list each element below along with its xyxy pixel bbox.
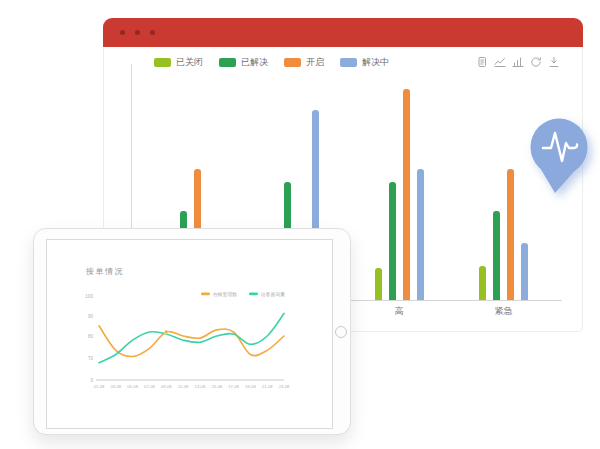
- window-titlebar[interactable]: [103, 18, 583, 47]
- location-pin[interactable]: [525, 114, 597, 200]
- bar-已解决-紧急[interactable]: [493, 211, 500, 300]
- bar-开启-紧急[interactable]: [507, 169, 514, 300]
- bar-解决中-高[interactable]: [417, 169, 424, 300]
- bar-开启-高[interactable]: [403, 89, 410, 300]
- tablet-x-tick-label: 03-08: [110, 384, 121, 389]
- tablet-legend-label[interactable]: 访客咨询量: [260, 291, 285, 298]
- tablet-x-tick-label: 01-08: [94, 384, 105, 389]
- bar-已关闭-紧急[interactable]: [479, 266, 486, 300]
- tablet-y-tick-label: 100: [85, 294, 93, 299]
- tablet-x-tick-label: 21-08: [262, 384, 273, 389]
- tablet-y-tick-label: 90: [88, 314, 94, 319]
- tablet-y-tick-label: 0: [90, 378, 93, 383]
- bar-已关闭-高[interactable]: [375, 268, 382, 300]
- bar-解决中-紧急[interactable]: [521, 243, 528, 300]
- x-axis-category-label: 紧急: [484, 305, 524, 318]
- tablet-chart-title: 接单情况: [86, 267, 124, 276]
- tablet-x-tick-label: 07-08: [144, 384, 155, 389]
- tablet-legend-swatch[interactable]: [249, 293, 258, 296]
- tablet-y-tick-label: 80: [88, 334, 94, 339]
- line-marker-dot[interactable]: [164, 330, 168, 334]
- tablet-x-tick-label: 23-08: [279, 384, 290, 389]
- tablet-x-tick-label: 17-08: [228, 384, 239, 389]
- window-dot-1[interactable]: [120, 30, 125, 35]
- pin-shape: [531, 119, 588, 194]
- tablet-x-tick-label: 05-08: [127, 384, 138, 389]
- tablet-x-tick-label: 15-08: [211, 384, 222, 389]
- window-dot-3[interactable]: [150, 30, 155, 35]
- bar-已解决-高[interactable]: [389, 182, 396, 300]
- tablet-x-tick-label: 19-08: [245, 384, 256, 389]
- home-button-icon[interactable]: [335, 326, 347, 338]
- x-axis-category-label: 高: [379, 305, 419, 318]
- tablet-legend-swatch[interactable]: [201, 293, 210, 296]
- tablet-x-tick-label: 09-08: [161, 384, 172, 389]
- tablet-y-tick-label: 70: [88, 356, 94, 361]
- tablet-chart-svg: 接单情况在线受理数访客咨询量100908070001-0803-0805-080…: [47, 240, 332, 428]
- tablet-x-tick-label: 13-08: [195, 384, 206, 389]
- window-dot-2[interactable]: [135, 30, 140, 35]
- tablet-legend-label[interactable]: 在线受理数: [213, 291, 237, 298]
- tablet-x-tick-label: 11-08: [178, 384, 189, 389]
- tablet-screen: 接单情况在线受理数访客咨询量100908070001-0803-0805-080…: [46, 239, 333, 429]
- tablet-device: 接单情况在线受理数访客咨询量100908070001-0803-0805-080…: [33, 228, 351, 435]
